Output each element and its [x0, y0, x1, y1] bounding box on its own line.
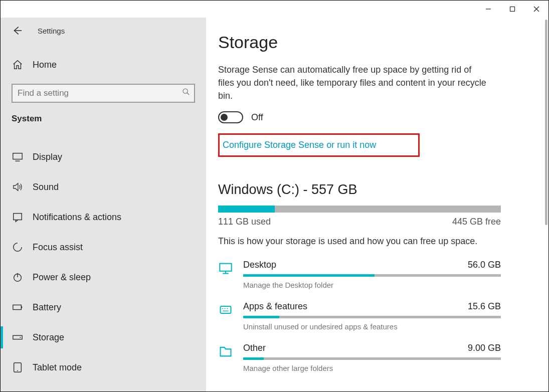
- svg-rect-7: [13, 153, 22, 159]
- nav-item-power-sleep[interactable]: Power & sleep: [1, 262, 206, 292]
- category-row-other[interactable]: Other9.00 GB Manage other large folders: [218, 343, 501, 372]
- nav-item-focus-assist[interactable]: Focus assist: [1, 232, 206, 262]
- svg-rect-13: [21, 306, 22, 308]
- page-title: Storage: [218, 33, 548, 52]
- nav-list: Display Sound Notifications & actions Fo…: [1, 142, 206, 391]
- nav-item-tablet-mode[interactable]: Tablet mode: [1, 352, 206, 382]
- nav-item-multitasking[interactable]: Multitasking: [1, 382, 206, 391]
- search-input[interactable]: [12, 84, 195, 103]
- nav-label: Storage: [33, 332, 64, 343]
- sidebar: Settings Home System Display: [1, 18, 206, 391]
- nav-label: Battery: [33, 302, 61, 313]
- power-icon: [12, 271, 24, 283]
- category-sub: Manage the Desktop folder: [243, 281, 501, 289]
- toggle-state-label: Off: [251, 112, 263, 123]
- svg-point-5: [183, 89, 188, 93]
- category-bar: [243, 274, 501, 277]
- display-icon: [12, 151, 24, 163]
- category-row-apps[interactable]: Apps & features15.6 GB Uninstall unused …: [218, 301, 501, 331]
- back-icon[interactable]: [12, 25, 23, 36]
- highlight-annotation: Configure Storage Sense or run it now: [218, 133, 420, 157]
- category-name: Other: [243, 343, 266, 353]
- category-row-desktop[interactable]: Desktop56.0 GB Manage the Desktop folder: [218, 260, 501, 289]
- window-titlebar: [1, 1, 548, 18]
- drive-title: Windows (C:) - 557 GB: [218, 182, 548, 198]
- sidebar-section-label: System: [1, 107, 206, 130]
- maximize-button[interactable]: [500, 1, 524, 18]
- category-name: Apps & features: [243, 301, 307, 312]
- nav-label: Display: [33, 152, 62, 162]
- category-size: 9.00 GB: [468, 343, 501, 353]
- svg-rect-9: [14, 214, 22, 220]
- category-sub: Manage other large folders: [243, 364, 501, 372]
- desktop-icon: [218, 261, 233, 276]
- nav-item-notifications[interactable]: Notifications & actions: [1, 202, 206, 232]
- nav-label: Sound: [33, 182, 59, 192]
- category-bar: [243, 357, 501, 360]
- drive-usage-bar: [218, 206, 501, 213]
- content-pane: Storage Storage Sense can automatically …: [206, 18, 548, 391]
- category-size: 56.0 GB: [468, 260, 501, 270]
- nav-item-sound[interactable]: Sound: [1, 172, 206, 202]
- storage-icon: [12, 331, 24, 343]
- nav-home[interactable]: Home: [1, 53, 206, 77]
- storage-sense-description: Storage Sense can automatically free up …: [218, 63, 489, 102]
- svg-line-6: [187, 93, 189, 95]
- configure-storage-sense-link[interactable]: Configure Storage Sense or run it now: [223, 140, 376, 150]
- scrollbar[interactable]: [545, 20, 547, 225]
- sound-icon: [12, 181, 24, 193]
- category-name: Desktop: [243, 260, 276, 270]
- category-size: 15.6 GB: [468, 301, 501, 312]
- svg-point-15: [20, 337, 21, 338]
- nav-label: Tablet mode: [33, 362, 82, 373]
- window-title: Settings: [38, 27, 65, 35]
- nav-label: Focus assist: [33, 242, 83, 253]
- category-sub: Uninstall unused or undesired apps & fea…: [243, 322, 501, 331]
- nav-item-display[interactable]: Display: [1, 142, 206, 172]
- focus-assist-icon: [12, 241, 24, 253]
- svg-point-17: [17, 370, 18, 371]
- nav-label: Power & sleep: [33, 272, 91, 283]
- notifications-icon: [12, 211, 24, 223]
- search-icon: [182, 88, 190, 96]
- folder-icon: [218, 344, 233, 359]
- nav-home-label: Home: [33, 60, 57, 70]
- battery-icon: [12, 301, 24, 313]
- close-button[interactable]: [524, 1, 548, 18]
- category-bar: [243, 316, 501, 318]
- apps-icon: [218, 302, 233, 317]
- drive-free-label: 445 GB free: [452, 217, 501, 227]
- usage-description: This is how your storage is used and how…: [218, 236, 548, 247]
- home-icon: [12, 59, 24, 71]
- nav-item-battery[interactable]: Battery: [1, 292, 206, 322]
- drive-used-label: 111 GB used: [218, 217, 271, 227]
- nav-label: Notifications & actions: [33, 212, 121, 223]
- svg-rect-24: [221, 306, 231, 313]
- svg-rect-12: [13, 305, 22, 309]
- storage-sense-toggle[interactable]: [218, 111, 243, 123]
- svg-rect-21: [220, 264, 231, 271]
- tablet-icon: [12, 361, 24, 373]
- nav-item-storage[interactable]: Storage: [1, 322, 206, 352]
- minimize-button[interactable]: [476, 1, 500, 18]
- svg-rect-1: [510, 7, 515, 12]
